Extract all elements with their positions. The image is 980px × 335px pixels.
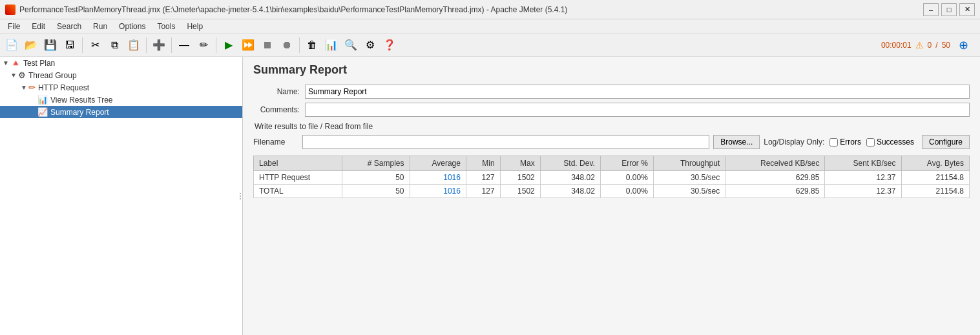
total-count: 50 (942, 41, 950, 50)
open-button[interactable]: 📂 (22, 36, 40, 54)
successes-label: Successes (877, 137, 914, 147)
minimize-button[interactable]: – (923, 3, 939, 16)
table-cell: 1016 (410, 171, 466, 185)
toolbar-right: 00:00:01 ⚠ 0 / 50 ⊕ (881, 36, 977, 54)
main-layout: ▼ 🔺 Test Plan ▼ ⚙ Thread Group ▼ ✏ HTTP … (0, 57, 980, 335)
paste-button[interactable]: 📋 (125, 36, 143, 54)
table-cell: 21154.8 (901, 171, 970, 185)
col-label: Label (254, 156, 342, 171)
table-cell: 629.85 (725, 185, 825, 198)
saveas-button[interactable]: 🖫 (61, 36, 79, 54)
tree-arrow-test-plan: ▼ (3, 59, 9, 66)
table-cell: 629.85 (725, 171, 825, 185)
search-toolbar-button[interactable]: 🔍 (342, 36, 360, 54)
comments-label: Comments: (253, 105, 305, 114)
remove-button[interactable]: — (175, 36, 193, 54)
errors-checkbox[interactable] (829, 138, 838, 147)
tree-item-http-request[interactable]: ▼ ✏ HTTP Request (0, 81, 242, 94)
clear-report-button[interactable]: 📊 (322, 36, 340, 54)
table-cell: 1016 (410, 185, 466, 198)
comments-input[interactable] (305, 103, 970, 117)
table-cell: 127 (466, 171, 500, 185)
toolbar-sep-2 (146, 37, 147, 53)
menu-item-help[interactable]: Help (182, 21, 208, 32)
summary-report-icon: 📈 (37, 107, 48, 117)
right-panel: Summary Report Name: Comments: Write res… (243, 57, 980, 335)
name-input[interactable] (305, 85, 970, 99)
start-no-pause-button[interactable]: ⏩ (239, 36, 257, 54)
http-request-icon: ✏ (28, 83, 36, 92)
table-cell: 12.37 (825, 171, 901, 185)
col-avg-bytes: Avg. Bytes (901, 156, 970, 171)
tree-item-summary-report[interactable]: ▶ 📈 Summary Report (0, 106, 242, 118)
save-button[interactable]: 💾 (41, 36, 59, 54)
start-button[interactable]: ▶ (220, 36, 238, 54)
table-cell: TOTAL (254, 185, 342, 198)
table-cell: 348.02 (540, 171, 600, 185)
clear-all-button[interactable]: 🗑 (303, 36, 321, 54)
view-results-icon: 📊 (37, 95, 48, 105)
toolbar-left: 📄 📂 💾 🖫 ✂ ⧉ 📋 ➕ — ✏ ▶ ⏩ ⏹ ⏺ 🗑 📊 🔍 ⚙ ❓ (3, 36, 399, 54)
menu-item-file[interactable]: File (3, 21, 25, 32)
tree-arrow-thread-group: ▼ (10, 72, 17, 79)
toolbar-sep-1 (82, 37, 83, 53)
title-bar-left: PerformanceTestPlanMemoryThread.jmx (E:\… (5, 5, 567, 15)
add-button[interactable]: ➕ (150, 36, 168, 54)
error-count: 0 (928, 41, 932, 50)
table-cell: 1502 (500, 185, 540, 198)
name-label: Name: (253, 87, 305, 96)
warning-icon: ⚠ (915, 40, 924, 50)
close-button[interactable]: ✕ (959, 3, 975, 16)
stop-button[interactable]: ⏹ (258, 36, 276, 54)
table-cell: 348.02 (540, 185, 600, 198)
col-min: Min (466, 156, 500, 171)
table-cell: 50 (342, 185, 410, 198)
menu-item-edit[interactable]: Edit (26, 21, 50, 32)
menu-item-search[interactable]: Search (52, 21, 87, 32)
test-plan-label: Test Plan (23, 59, 55, 68)
tree-item-thread-group[interactable]: ▼ ⚙ Thread Group (0, 69, 242, 81)
clear-button[interactable]: ✏ (194, 36, 213, 54)
copy-button[interactable]: ⧉ (105, 36, 123, 54)
successes-checkbox[interactable] (866, 138, 875, 147)
http-request-label: HTTP Request (38, 83, 89, 92)
col-stddev: Std. Dev. (540, 156, 600, 171)
maximize-button[interactable]: □ (941, 3, 957, 16)
tree-arrow-summary-report: ▶ (31, 108, 36, 116)
summary-report-label: Summary Report (50, 108, 109, 117)
name-row: Name: (253, 85, 970, 99)
table-row: HTTP Request5010161271502348.020.00%30.5… (254, 171, 970, 185)
table-row: TOTAL5010161271502348.020.00%30.5/sec629… (254, 185, 970, 198)
table-cell: 30.5/sec (653, 185, 725, 198)
col-sent-kb: Sent KB/sec (825, 156, 901, 171)
menu-item-options[interactable]: Options (114, 21, 151, 32)
errors-checkbox-wrap: Errors (829, 137, 861, 147)
test-plan-icon: 🔺 (10, 58, 21, 68)
tree-item-view-results[interactable]: ▶ 📊 View Results Tree (0, 94, 242, 106)
filename-input[interactable] (302, 135, 709, 149)
view-results-label: View Results Tree (50, 96, 113, 105)
toolbar: 📄 📂 💾 🖫 ✂ ⧉ 📋 ➕ — ✏ ▶ ⏩ ⏹ ⏺ 🗑 📊 🔍 ⚙ ❓ 00… (0, 34, 980, 57)
thread-group-label: Thread Group (28, 71, 77, 80)
new-button[interactable]: 📄 (3, 36, 21, 54)
cut-button[interactable]: ✂ (86, 36, 104, 54)
browse-button[interactable]: Browse... (713, 135, 760, 149)
tree-item-test-plan[interactable]: ▼ 🔺 Test Plan (0, 57, 242, 69)
table-cell: 50 (342, 171, 410, 185)
successes-checkbox-wrap: Successes (866, 137, 914, 147)
table-cell: 12.37 (825, 185, 901, 198)
title-bar-controls[interactable]: – □ ✕ (923, 3, 975, 16)
col-error-pct: Error % (600, 156, 653, 171)
menu-item-tools[interactable]: Tools (152, 21, 180, 32)
shutdown-button[interactable]: ⏺ (278, 36, 296, 54)
resize-handle[interactable] (238, 187, 242, 206)
window-title: PerformanceTestPlanMemoryThread.jmx (E:\… (19, 5, 567, 14)
log-display-label: Log/Display Only: (764, 137, 824, 147)
filename-label: Filename (253, 137, 298, 147)
configure-button[interactable]: Configure (922, 135, 970, 149)
menu-item-run[interactable]: Run (88, 21, 112, 32)
help-toolbar-button[interactable]: ❓ (381, 36, 399, 54)
errors-label: Errors (840, 137, 861, 147)
add-remote-button[interactable]: ⊕ (954, 36, 972, 54)
function-button[interactable]: ⚙ (361, 36, 379, 54)
